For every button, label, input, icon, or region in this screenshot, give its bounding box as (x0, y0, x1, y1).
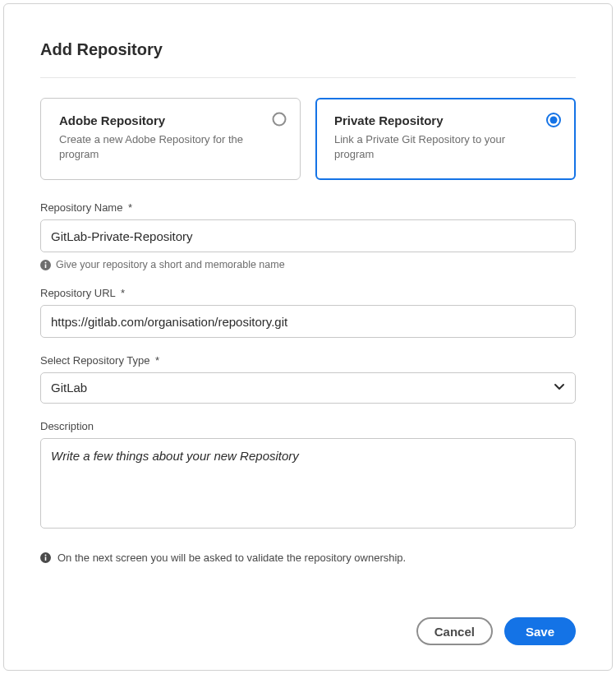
repository-name-group: Repository Name * Give your repository a… (40, 201, 576, 270)
svg-rect-4 (45, 264, 47, 268)
repository-type-select[interactable]: GitLab (40, 372, 576, 404)
svg-point-5 (45, 261, 47, 263)
description-label: Description (40, 420, 576, 432)
option-description: Create a new Adobe Repository for the pr… (59, 132, 259, 162)
option-title: Private Repository (334, 113, 534, 127)
svg-point-8 (45, 555, 47, 556)
repository-type-options: Adobe Repository Create a new Adobe Repo… (40, 98, 576, 180)
repository-url-group: Repository URL * (40, 287, 576, 338)
divider (40, 77, 576, 78)
repository-url-input[interactable] (40, 305, 576, 338)
repository-name-input[interactable] (40, 219, 576, 252)
private-repository-option[interactable]: Private Repository Link a Private Git Re… (315, 98, 576, 180)
info-icon (40, 260, 51, 270)
select-value: GitLab (41, 373, 575, 402)
adobe-repository-option[interactable]: Adobe Repository Create a new Adobe Repo… (40, 98, 301, 180)
save-button[interactable]: Save (504, 617, 576, 645)
option-description: Link a Private Git Repository to your pr… (334, 132, 534, 162)
validation-note: On the next screen you will be asked to … (40, 552, 576, 564)
cancel-button[interactable]: Cancel (416, 617, 493, 645)
svg-rect-7 (45, 557, 47, 561)
dialog-title: Add Repository (40, 40, 576, 59)
option-title: Adobe Repository (59, 113, 259, 127)
description-group: Description (40, 420, 576, 532)
repository-name-label: Repository Name * (40, 201, 576, 214)
chevron-down-icon (554, 381, 565, 395)
add-repository-dialog: Add Repository Adobe Repository Create a… (3, 3, 613, 671)
description-textarea[interactable] (40, 438, 576, 529)
radio-unselected-icon (272, 112, 287, 127)
svg-point-2 (550, 117, 558, 124)
repository-url-label: Repository URL * (40, 287, 576, 299)
dialog-footer: Cancel Save (40, 617, 576, 645)
repository-type-group: Select Repository Type * GitLab (40, 354, 576, 404)
repository-type-label: Select Repository Type * (40, 354, 576, 367)
repository-name-hint: Give your repository a short and memorab… (40, 259, 576, 270)
info-icon (40, 552, 51, 563)
svg-point-0 (274, 113, 286, 126)
radio-selected-icon (546, 113, 561, 127)
